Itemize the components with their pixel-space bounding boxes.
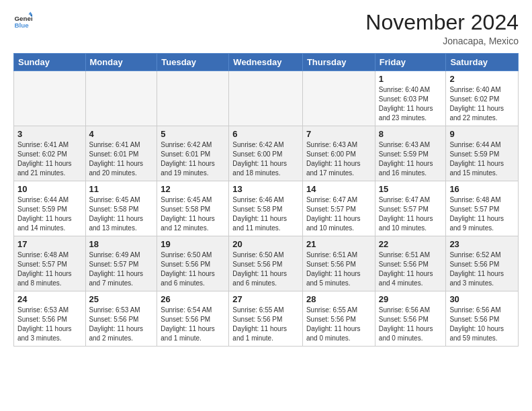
day-number: 7 bbox=[306, 129, 371, 139]
day-cell: 26Sunrise: 6:54 AM Sunset: 5:56 PM Dayli… bbox=[157, 291, 229, 347]
day-cell: 2Sunrise: 6:40 AM Sunset: 6:02 PM Daylig… bbox=[446, 71, 519, 126]
day-info: Sunrise: 6:46 AM Sunset: 5:58 PM Dayligh… bbox=[232, 195, 299, 233]
col-tuesday: Tuesday bbox=[157, 54, 229, 71]
day-number: 17 bbox=[17, 239, 82, 249]
week-row-4: 17Sunrise: 6:48 AM Sunset: 5:57 PM Dayli… bbox=[14, 236, 519, 291]
day-cell: 30Sunrise: 6:56 AM Sunset: 5:56 PM Dayli… bbox=[446, 291, 519, 347]
day-cell: 1Sunrise: 6:40 AM Sunset: 6:03 PM Daylig… bbox=[375, 71, 446, 126]
day-number: 23 bbox=[449, 239, 515, 249]
day-cell: 24Sunrise: 6:53 AM Sunset: 5:56 PM Dayli… bbox=[14, 291, 86, 347]
day-cell: 6Sunrise: 6:42 AM Sunset: 6:00 PM Daylig… bbox=[229, 126, 303, 181]
day-cell: 12Sunrise: 6:45 AM Sunset: 5:58 PM Dayli… bbox=[157, 181, 229, 236]
day-info: Sunrise: 6:48 AM Sunset: 5:57 PM Dayligh… bbox=[449, 195, 515, 233]
day-info: Sunrise: 6:49 AM Sunset: 5:57 PM Dayligh… bbox=[89, 250, 154, 288]
day-number: 24 bbox=[17, 294, 82, 304]
day-number: 28 bbox=[306, 294, 371, 304]
day-cell bbox=[14, 71, 86, 126]
day-info: Sunrise: 6:40 AM Sunset: 6:02 PM Dayligh… bbox=[449, 85, 515, 123]
day-info: Sunrise: 6:56 AM Sunset: 5:56 PM Dayligh… bbox=[379, 306, 443, 343]
day-info: Sunrise: 6:41 AM Sunset: 6:01 PM Dayligh… bbox=[89, 140, 154, 178]
day-info: Sunrise: 6:56 AM Sunset: 5:56 PM Dayligh… bbox=[449, 306, 515, 343]
day-number: 3 bbox=[17, 129, 82, 139]
day-info: Sunrise: 6:43 AM Sunset: 5:59 PM Dayligh… bbox=[379, 140, 443, 178]
day-number: 4 bbox=[89, 129, 154, 139]
col-sunday: Sunday bbox=[14, 54, 86, 71]
day-cell: 17Sunrise: 6:48 AM Sunset: 5:57 PM Dayli… bbox=[14, 236, 86, 291]
day-number: 18 bbox=[89, 239, 154, 249]
day-number: 19 bbox=[161, 239, 225, 249]
day-cell: 20Sunrise: 6:50 AM Sunset: 5:56 PM Dayli… bbox=[229, 236, 303, 291]
svg-marker-2 bbox=[28, 11, 32, 14]
page-container: General Blue November 2024 Jonacapa, Mex… bbox=[0, 0, 532, 353]
day-info: Sunrise: 6:45 AM Sunset: 5:58 PM Dayligh… bbox=[161, 195, 225, 233]
day-cell: 25Sunrise: 6:53 AM Sunset: 5:56 PM Dayli… bbox=[85, 291, 157, 347]
day-info: Sunrise: 6:47 AM Sunset: 5:57 PM Dayligh… bbox=[306, 195, 371, 233]
day-cell: 10Sunrise: 6:44 AM Sunset: 5:59 PM Dayli… bbox=[14, 181, 86, 236]
day-cell bbox=[302, 71, 375, 126]
day-cell: 14Sunrise: 6:47 AM Sunset: 5:57 PM Dayli… bbox=[302, 181, 375, 236]
day-info: Sunrise: 6:55 AM Sunset: 5:56 PM Dayligh… bbox=[306, 306, 371, 343]
day-cell bbox=[229, 71, 303, 126]
day-info: Sunrise: 6:50 AM Sunset: 5:56 PM Dayligh… bbox=[232, 250, 299, 288]
day-number: 25 bbox=[89, 294, 154, 304]
day-number: 22 bbox=[379, 239, 443, 249]
header: General Blue November 2024 Jonacapa, Mex… bbox=[13, 11, 519, 46]
day-cell: 15Sunrise: 6:47 AM Sunset: 5:57 PM Dayli… bbox=[375, 181, 446, 236]
day-number: 26 bbox=[161, 294, 225, 304]
day-cell: 9Sunrise: 6:44 AM Sunset: 5:59 PM Daylig… bbox=[446, 126, 519, 181]
day-info: Sunrise: 6:42 AM Sunset: 6:01 PM Dayligh… bbox=[161, 140, 225, 178]
day-cell: 21Sunrise: 6:51 AM Sunset: 5:56 PM Dayli… bbox=[302, 236, 375, 291]
day-info: Sunrise: 6:50 AM Sunset: 5:56 PM Dayligh… bbox=[161, 250, 225, 288]
day-info: Sunrise: 6:41 AM Sunset: 6:02 PM Dayligh… bbox=[17, 140, 82, 178]
day-cell bbox=[157, 71, 229, 126]
col-monday: Monday bbox=[85, 54, 157, 71]
day-info: Sunrise: 6:45 AM Sunset: 5:58 PM Dayligh… bbox=[89, 195, 154, 233]
day-cell: 5Sunrise: 6:42 AM Sunset: 6:01 PM Daylig… bbox=[157, 126, 229, 181]
day-cell: 3Sunrise: 6:41 AM Sunset: 6:02 PM Daylig… bbox=[14, 126, 86, 181]
day-number: 9 bbox=[449, 129, 515, 139]
day-cell: 7Sunrise: 6:43 AM Sunset: 6:00 PM Daylig… bbox=[302, 126, 375, 181]
day-info: Sunrise: 6:48 AM Sunset: 5:57 PM Dayligh… bbox=[17, 250, 82, 288]
week-row-3: 10Sunrise: 6:44 AM Sunset: 5:59 PM Dayli… bbox=[14, 181, 519, 236]
day-number: 15 bbox=[379, 184, 443, 194]
day-number: 10 bbox=[17, 184, 82, 194]
day-number: 1 bbox=[379, 74, 443, 84]
day-info: Sunrise: 6:47 AM Sunset: 5:57 PM Dayligh… bbox=[379, 195, 443, 233]
day-info: Sunrise: 6:44 AM Sunset: 5:59 PM Dayligh… bbox=[449, 140, 515, 178]
day-info: Sunrise: 6:51 AM Sunset: 5:56 PM Dayligh… bbox=[379, 250, 443, 288]
day-cell: 18Sunrise: 6:49 AM Sunset: 5:57 PM Dayli… bbox=[85, 236, 157, 291]
day-number: 16 bbox=[449, 184, 515, 194]
day-number: 6 bbox=[232, 129, 299, 139]
day-cell: 27Sunrise: 6:55 AM Sunset: 5:56 PM Dayli… bbox=[229, 291, 303, 347]
calendar-table: Sunday Monday Tuesday Wednesday Thursday… bbox=[13, 53, 519, 347]
day-cell: 11Sunrise: 6:45 AM Sunset: 5:58 PM Dayli… bbox=[85, 181, 157, 236]
day-number: 21 bbox=[306, 239, 371, 249]
logo: General Blue bbox=[13, 11, 32, 30]
day-cell: 29Sunrise: 6:56 AM Sunset: 5:56 PM Dayli… bbox=[375, 291, 446, 347]
day-cell bbox=[85, 71, 157, 126]
day-cell: 16Sunrise: 6:48 AM Sunset: 5:57 PM Dayli… bbox=[446, 181, 519, 236]
day-info: Sunrise: 6:54 AM Sunset: 5:56 PM Dayligh… bbox=[161, 306, 225, 343]
col-thursday: Thursday bbox=[302, 54, 375, 71]
day-cell: 19Sunrise: 6:50 AM Sunset: 5:56 PM Dayli… bbox=[157, 236, 229, 291]
day-cell: 23Sunrise: 6:52 AM Sunset: 5:56 PM Dayli… bbox=[446, 236, 519, 291]
day-number: 27 bbox=[232, 294, 299, 304]
day-info: Sunrise: 6:55 AM Sunset: 5:56 PM Dayligh… bbox=[232, 306, 299, 343]
col-wednesday: Wednesday bbox=[229, 54, 303, 71]
day-number: 29 bbox=[379, 294, 443, 304]
day-number: 30 bbox=[449, 294, 515, 304]
month-title: November 2024 bbox=[365, 11, 519, 34]
day-info: Sunrise: 6:52 AM Sunset: 5:56 PM Dayligh… bbox=[449, 250, 515, 288]
day-cell: 28Sunrise: 6:55 AM Sunset: 5:56 PM Dayli… bbox=[302, 291, 375, 347]
day-number: 5 bbox=[161, 129, 225, 139]
day-number: 13 bbox=[232, 184, 299, 194]
svg-text:Blue: Blue bbox=[14, 21, 29, 29]
day-info: Sunrise: 6:44 AM Sunset: 5:59 PM Dayligh… bbox=[17, 195, 82, 233]
logo-icon: General Blue bbox=[13, 11, 32, 30]
week-row-2: 3Sunrise: 6:41 AM Sunset: 6:02 PM Daylig… bbox=[14, 126, 519, 181]
day-cell: 22Sunrise: 6:51 AM Sunset: 5:56 PM Dayli… bbox=[375, 236, 446, 291]
day-info: Sunrise: 6:43 AM Sunset: 6:00 PM Dayligh… bbox=[306, 140, 371, 178]
day-info: Sunrise: 6:53 AM Sunset: 5:56 PM Dayligh… bbox=[89, 306, 154, 343]
header-row: Sunday Monday Tuesday Wednesday Thursday… bbox=[14, 54, 519, 71]
week-row-1: 1Sunrise: 6:40 AM Sunset: 6:03 PM Daylig… bbox=[14, 71, 519, 126]
